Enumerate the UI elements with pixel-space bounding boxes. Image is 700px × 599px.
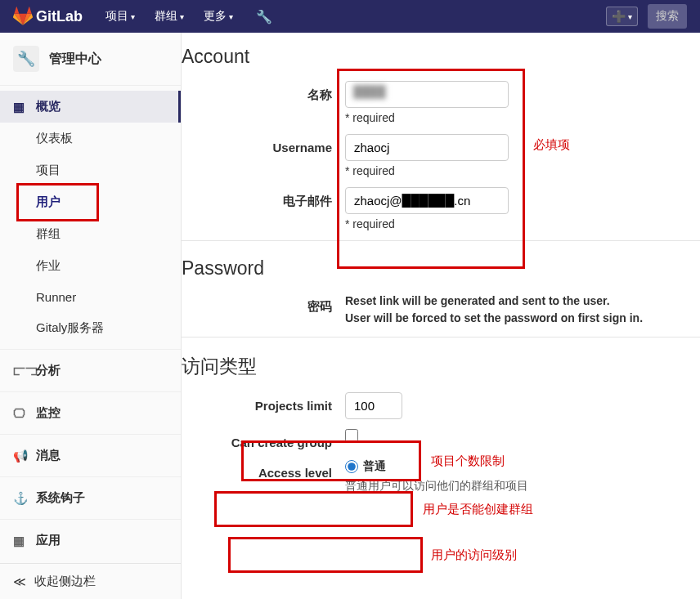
gitlab-logo[interactable]: GitLab xyxy=(13,7,83,26)
chevron-down-icon: ▾ xyxy=(229,12,233,21)
chart-icon: ⫍⫎ xyxy=(13,364,26,378)
main-content: Account 名称 ████ * required Username * re… xyxy=(182,33,700,599)
username-required: * required xyxy=(345,164,700,177)
create-group-label: Can create group xyxy=(182,429,345,449)
anchor-icon: ⚓ xyxy=(13,491,26,506)
sidebar-item-users[interactable]: 用户 xyxy=(36,186,181,218)
email-required: * required xyxy=(345,217,700,230)
sidebar-item-gitaly[interactable]: Gitaly服务器 xyxy=(36,312,181,344)
gitlab-icon xyxy=(13,7,33,26)
collapse-icon: ≪ xyxy=(13,574,26,589)
horn-icon: 📢 xyxy=(13,449,26,463)
sidebar-item-dashboard[interactable]: 仪表板 xyxy=(36,123,181,154)
password-title: Password xyxy=(182,254,700,293)
sidebar-overview-items: 仪表板 项目 用户 群组 作业 Runner Gitaly服务器 xyxy=(0,123,181,344)
apps-icon: ▦ xyxy=(13,534,26,548)
chevron-down-icon: ▾ xyxy=(131,12,135,21)
access-level-regular-radio[interactable] xyxy=(345,460,358,473)
annotation-level: 用户的访问级别 xyxy=(431,548,517,563)
collapse-sidebar[interactable]: ≪ 收起侧边栏 xyxy=(0,563,181,599)
access-level-help: 普通用户可以访问他们的群组和项目 xyxy=(345,479,700,494)
wrench-icon[interactable]: 🔧 xyxy=(256,9,272,25)
top-nav: 项目▾ 群组▾ 更多▾ 🔧 xyxy=(99,6,272,27)
topbar: GitLab 项目▾ 群组▾ 更多▾ 🔧 ➕▾ 搜索 xyxy=(0,0,700,33)
chevron-down-icon: ▾ xyxy=(628,12,632,21)
sidebar-item-projects[interactable]: 项目 xyxy=(36,154,181,186)
sidebar: 🔧 管理中心 ▦ 概览 仪表板 项目 用户 群组 作业 Runner Gital… xyxy=(0,33,182,599)
sidebar-item-runner[interactable]: Runner xyxy=(36,282,181,312)
email-input[interactable] xyxy=(345,187,509,214)
monitor-icon: 🖵 xyxy=(13,406,26,420)
overview-icon: ▦ xyxy=(13,100,26,114)
access-title: 访问类型 xyxy=(182,351,700,392)
password-help1: Reset link will be generated and sent to… xyxy=(345,293,700,310)
username-input[interactable] xyxy=(345,134,509,161)
access-level-regular[interactable]: 普通 xyxy=(345,459,386,474)
new-button[interactable]: ➕▾ xyxy=(606,7,638,26)
chevron-down-icon: ▾ xyxy=(180,12,184,21)
nav-more[interactable]: 更多▾ xyxy=(197,6,240,27)
search-input[interactable]: 搜索 xyxy=(648,4,687,29)
projects-limit-label: Projects limit xyxy=(182,392,345,413)
nav-groups[interactable]: 群组▾ xyxy=(148,6,191,27)
create-group-checkbox[interactable] xyxy=(345,429,358,442)
sidebar-applications[interactable]: ▦应用 xyxy=(0,525,181,557)
sidebar-overview[interactable]: ▦ 概览 xyxy=(0,91,181,123)
name-label: 名称 xyxy=(182,81,345,103)
sidebar-monitoring[interactable]: 🖵监控 xyxy=(0,397,181,429)
password-label: 密码 xyxy=(182,293,345,315)
topbar-right: ➕▾ 搜索 xyxy=(606,4,687,29)
sidebar-hooks[interactable]: ⚓系统钩子 xyxy=(0,482,181,514)
wrench-icon: 🔧 xyxy=(13,46,39,72)
sidebar-analytics[interactable]: ⫍⫎分析 xyxy=(0,355,181,387)
annotation-box-group xyxy=(214,491,413,527)
email-label: 电子邮件 xyxy=(182,187,345,209)
account-title: Account xyxy=(182,42,700,81)
annotation-group: 用户是否能创建群组 xyxy=(423,502,533,517)
name-required: * required xyxy=(345,111,700,124)
plus-icon: ➕ xyxy=(612,10,626,23)
sidebar-item-jobs[interactable]: 作业 xyxy=(36,250,181,282)
password-help2: User will be forced to set the password … xyxy=(345,310,700,327)
username-label: Username xyxy=(182,134,345,154)
access-level-label: Access level xyxy=(182,459,345,480)
annotation-box-level xyxy=(228,537,423,573)
nav-projects[interactable]: 项目▾ xyxy=(99,6,141,27)
sidebar-header: 🔧 管理中心 xyxy=(0,33,181,85)
projects-limit-input[interactable] xyxy=(345,392,402,419)
sidebar-item-groups[interactable]: 群组 xyxy=(36,218,181,250)
sidebar-title: 管理中心 xyxy=(49,51,101,68)
brand-text: GitLab xyxy=(36,8,83,25)
sidebar-messages[interactable]: 📢消息 xyxy=(0,440,181,472)
